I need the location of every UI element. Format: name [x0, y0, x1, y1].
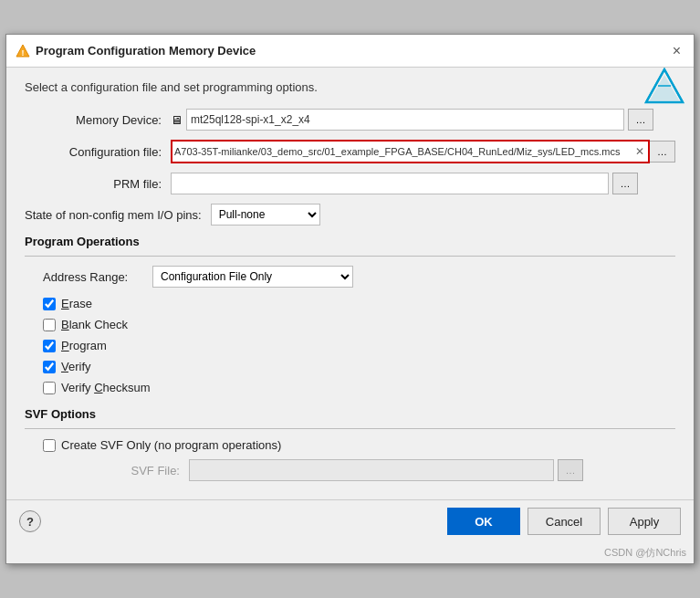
prm-file-input-row: … [171, 173, 675, 194]
prm-file-input[interactable] [171, 173, 609, 194]
erase-checkbox[interactable] [43, 298, 56, 310]
subtitle: Select a configuration file and set prog… [25, 80, 675, 94]
svf-options-body: Create SVF Only (no program operations) … [25, 438, 675, 481]
memory-device-row: Memory Device: 🖥 … [25, 109, 675, 131]
create-svf-label: Create SVF Only (no program operations) [61, 438, 281, 452]
help-button[interactable]: ? [19, 510, 41, 532]
svf-file-input-row: … [189, 459, 675, 481]
dialog-footer: ? OK Cancel Apply [6, 499, 694, 544]
config-file-value: A703-35T-milianke/03_demo_src/01_example… [174, 146, 633, 157]
blank-check-row: Blank Check [43, 318, 675, 331]
verify-checksum-label: Verify Checksum [61, 381, 151, 394]
program-label: Program [61, 339, 107, 352]
program-operations-title: Program Operations [25, 235, 675, 248]
verify-checksum-checkbox[interactable] [43, 382, 56, 394]
ok-button[interactable]: OK [447, 508, 520, 535]
program-operations-body: Address Range: Configuration File Only E… [25, 266, 675, 394]
dialog-icon: ! [16, 44, 30, 58]
svf-file-input[interactable] [189, 459, 554, 481]
apply-button[interactable]: Apply [608, 508, 681, 535]
verify-label: Verify [61, 360, 91, 373]
memory-device-input-row: 🖥 … [171, 109, 675, 131]
config-file-wrapper: A703-35T-milianke/03_demo_src/01_example… [171, 140, 650, 163]
svf-options-title: SVF Options [25, 407, 675, 421]
memory-device-input[interactable] [186, 109, 624, 131]
config-file-row: Configuration file: A703-35T-milianke/03… [25, 140, 675, 163]
verify-checksum-row: Verify Checksum [43, 381, 675, 394]
close-button[interactable]: × [669, 44, 684, 58]
xilinx-logo [644, 68, 684, 108]
section-divider-2 [25, 428, 675, 429]
logo-area [644, 68, 684, 110]
config-file-clear-button[interactable]: ✕ [633, 146, 646, 157]
svg-text:!: ! [22, 48, 25, 58]
erase-label: Erase [61, 297, 92, 310]
address-range-row: Address Range: Configuration File Only E… [43, 266, 675, 288]
dialog-window: ! Program Configuration Memory Device × … [5, 34, 695, 564]
create-svf-checkbox[interactable] [43, 439, 56, 452]
footer-right: OK Cancel Apply [447, 508, 681, 535]
prm-file-browse-button[interactable]: … [612, 173, 638, 194]
watermark: CSDN @仿NChris [6, 544, 694, 563]
state-label: State of non-config mem I/O pins: [25, 208, 211, 222]
verify-checkbox[interactable] [43, 361, 56, 373]
address-range-dropdown[interactable]: Configuration File Only Entire Configura… [152, 266, 353, 288]
footer-left: ? [19, 510, 41, 532]
config-file-label: Configuration file: [25, 145, 171, 159]
memory-device-label: Memory Device: [25, 113, 171, 127]
title-bar: ! Program Configuration Memory Device × [6, 35, 694, 68]
svf-file-label: SVF File: [43, 464, 189, 477]
svf-file-row: SVF File: … [43, 459, 675, 481]
erase-row: Erase [43, 297, 675, 310]
section-divider-1 [25, 256, 675, 257]
state-row: State of non-config mem I/O pins: Pull-n… [25, 204, 675, 226]
program-checkbox[interactable] [43, 340, 56, 352]
address-range-label: Address Range: [43, 270, 152, 284]
memory-device-browse-button[interactable]: … [628, 109, 653, 131]
verify-row: Verify [43, 360, 675, 373]
title-bar-left: ! Program Configuration Memory Device [16, 44, 256, 58]
blank-check-checkbox[interactable] [43, 319, 56, 331]
blank-check-label: Blank Check [61, 318, 128, 331]
memory-icon: 🖥 [171, 113, 183, 127]
config-file-browse-button[interactable]: … [650, 141, 675, 163]
create-svf-row: Create SVF Only (no program operations) [43, 438, 675, 452]
dialog-title: Program Configuration Memory Device [36, 44, 256, 58]
state-dropdown-row: Pull-none Pull-up Pull-down [211, 204, 320, 226]
cancel-button[interactable]: Cancel [528, 508, 601, 535]
prm-file-row: PRM file: … [25, 173, 675, 194]
state-dropdown[interactable]: Pull-none Pull-up Pull-down [211, 204, 320, 226]
svf-file-browse-button[interactable]: … [558, 459, 583, 481]
dialog-body: Select a configuration file and set prog… [6, 68, 694, 499]
program-row: Program [43, 339, 675, 352]
prm-file-label: PRM file: [25, 177, 171, 191]
